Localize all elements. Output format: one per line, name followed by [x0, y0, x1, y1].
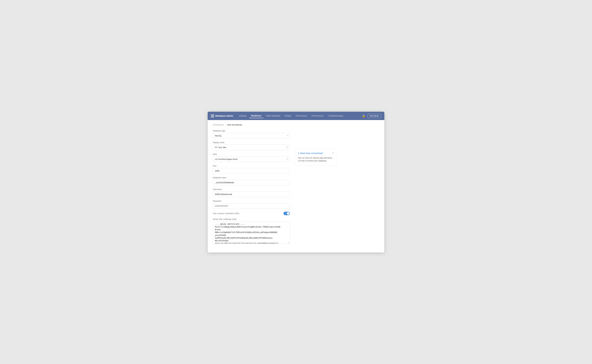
ssl-toggle-row: Use a secure connection (SSL) — [213, 212, 290, 215]
password-input[interactable] — [213, 203, 290, 209]
exit-admin-button[interactable]: Exit admin — [367, 114, 381, 118]
ssl-cert-label: Server SSL certificate chain — [213, 218, 290, 220]
grid-icon — [211, 114, 214, 117]
db-name-input-wrap — [213, 180, 290, 185]
db-name-input[interactable] — [213, 180, 290, 185]
nav-item-settings[interactable]: Settings — [237, 114, 249, 118]
lock-icon[interactable]: 🔒 — [362, 114, 365, 118]
navbar-brand[interactable]: Metabase Admin — [211, 114, 233, 117]
display-name-input[interactable] — [213, 145, 290, 150]
info-icon-host[interactable]: ⓘ — [286, 158, 288, 161]
host-input[interactable] — [213, 156, 290, 162]
port-label: Port — [213, 165, 290, 167]
external-link-icon[interactable]: ↗ — [332, 152, 334, 154]
db-type-label: Database type — [213, 130, 290, 132]
nav-item-troubleshooting[interactable]: Troubleshooting — [326, 114, 345, 118]
host-label: Host — [213, 153, 290, 155]
ssl-cert-field: Server SSL certificate chain — [213, 218, 290, 244]
password-input-wrap — [213, 203, 290, 209]
display-name-input-wrap: ⓘ — [213, 145, 290, 150]
ssl-cert-textarea[interactable] — [213, 221, 290, 244]
port-input[interactable] — [213, 168, 290, 174]
host-input-wrap: ⓘ — [213, 156, 290, 162]
username-field: Username — [213, 188, 290, 197]
username-input[interactable] — [213, 191, 290, 197]
username-input-wrap — [213, 191, 290, 197]
app-window: Metabase Admin Settings Databases Table … — [208, 112, 384, 253]
breadcrumb-separator: › — [225, 124, 226, 126]
navbar-nav: Settings Databases Table Metadata People… — [237, 113, 362, 118]
page-content: DATABASES › ADD DATABASE Database type M… — [208, 120, 384, 253]
nav-item-people[interactable]: People — [283, 114, 293, 118]
help-card-header: ℹ Need help connecting? ↗ — [298, 152, 334, 155]
username-label: Username — [213, 188, 290, 190]
db-type-select-wrap: MySQL PostgreSQL SQLite MongoDB H2 ▾ — [213, 133, 290, 138]
password-field: Password — [213, 200, 290, 209]
nav-item-performance[interactable]: Performance — [310, 114, 325, 118]
ssl-toggle[interactable] — [283, 212, 290, 215]
navbar-right: 🔒 Exit admin — [362, 114, 381, 118]
help-card-text: See our docs for step-by-step directions… — [298, 156, 334, 162]
db-type-select[interactable]: MySQL PostgreSQL SQLite MongoDB H2 — [213, 133, 290, 138]
help-section: ℹ Need help connecting? ↗ See our docs f… — [295, 149, 337, 247]
brand-name: Metabase Admin — [215, 115, 233, 117]
info-icon[interactable]: ⓘ — [286, 146, 288, 149]
help-card-title-wrap: ℹ Need help connecting? — [298, 152, 323, 155]
nav-item-permissions[interactable]: Permissions — [294, 114, 309, 118]
host-field: Host ⓘ — [213, 153, 290, 162]
password-label: Password — [213, 200, 290, 202]
navbar: Metabase Admin Settings Databases Table … — [208, 112, 384, 120]
ssl-label: Use a secure connection (SSL) — [213, 212, 239, 214]
port-field: Port — [213, 165, 290, 174]
breadcrumb: DATABASES › ADD DATABASE — [213, 124, 379, 126]
db-name-field: Database name — [213, 176, 290, 185]
help-card-title: Need help connecting? — [300, 152, 323, 154]
info-circle-icon: ℹ — [298, 152, 299, 155]
nav-item-table-metadata[interactable]: Table Metadata — [264, 114, 282, 118]
help-card: ℹ Need help connecting? ↗ See our docs f… — [295, 149, 337, 165]
breadcrumb-current: ADD DATABASE — [227, 124, 242, 126]
db-type-field: Database type MySQL PostgreSQL SQLite Mo… — [213, 130, 290, 138]
db-name-label: Database name — [213, 176, 290, 179]
form-section: Database type MySQL PostgreSQL SQLite Mo… — [213, 130, 290, 247]
port-input-wrap — [213, 168, 290, 174]
display-name-field: Display name ⓘ — [213, 141, 290, 150]
main-layout: Database type MySQL PostgreSQL SQLite Mo… — [213, 130, 379, 247]
nav-item-databases[interactable]: Databases — [249, 113, 263, 118]
display-name-label: Display name — [213, 141, 290, 144]
breadcrumb-parent[interactable]: DATABASES — [213, 124, 224, 126]
